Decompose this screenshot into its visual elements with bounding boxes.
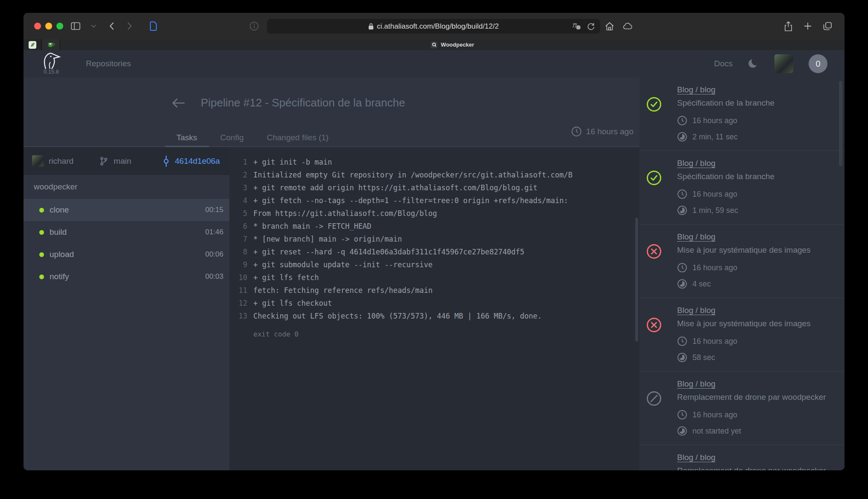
log-panel: 1 + git init -b main 2 Initialized empty… xyxy=(229,147,639,470)
nav-repositories[interactable]: Repositories xyxy=(86,59,131,68)
log-line-number: 7 xyxy=(229,233,247,245)
lock-icon xyxy=(368,23,374,30)
queue-count-badge[interactable]: 0 xyxy=(809,54,827,73)
commit-hash[interactable]: 4614d1e06a xyxy=(175,156,220,166)
build-time-ago: 16 hours ago xyxy=(692,337,737,346)
teacup-favicon xyxy=(47,42,55,48)
pipeline-header: Pipeline #12 - Spécification de la branc… xyxy=(23,77,639,147)
commit-meta-bar: richard main 4614d1e06a xyxy=(23,147,229,175)
build-repo-link[interactable]: Blog / blog xyxy=(677,85,716,94)
build-commit-message: Remplacement de drone par woodpecker xyxy=(677,466,836,470)
build-repo-link[interactable]: Blog / blog xyxy=(677,159,716,168)
log-line-text: + git lfs checkout xyxy=(253,297,332,310)
clock-icon xyxy=(677,410,687,420)
pipeline-commit[interactable]: 4614d1e06a xyxy=(163,156,220,167)
woodpecker-app: 0.15.8 Repositories Docs 0 xyxy=(23,50,845,470)
build-repo-link[interactable]: Blog / blog xyxy=(677,232,716,242)
duration-icon xyxy=(677,132,687,142)
step-group-label: woodpecker xyxy=(23,175,229,199)
back-button[interactable] xyxy=(106,21,117,31)
log-line-number: 12 xyxy=(229,297,247,310)
build-repo-link[interactable]: Blog / blog xyxy=(677,453,716,462)
branch-icon xyxy=(99,156,108,166)
step-row[interactable]: upload 00:06 xyxy=(23,243,229,266)
build-list-item[interactable]: Blog / blog Spécification de la branche … xyxy=(639,151,845,224)
build-status-icon xyxy=(646,170,662,186)
step-duration: 01:46 xyxy=(205,228,223,236)
step-name: build xyxy=(50,227,67,237)
branch-name: main xyxy=(114,156,131,166)
build-status-icon xyxy=(646,391,662,406)
build-list-item[interactable]: Blog / blog Remplacement de drone par wo… xyxy=(639,445,845,470)
woodpecker-logo[interactable]: 0.15.8 xyxy=(39,52,64,75)
log-line-number: 1 xyxy=(229,156,247,168)
zoom-window-button[interactable] xyxy=(56,23,63,30)
app-version: 0.15.8 xyxy=(39,68,64,75)
steps-list: clone 00:15 build 01:46 upload 00:06 not… xyxy=(23,199,229,288)
step-duration: 00:03 xyxy=(205,272,223,281)
address-bar[interactable]: ci.athaliasoft.com/Blog/blog/build/12/2 … xyxy=(267,19,600,34)
build-list-item[interactable]: Blog / blog Mise à jour systématique des… xyxy=(639,224,845,298)
tab-bar: Woodpecker xyxy=(23,39,845,50)
author-avatar xyxy=(32,155,44,167)
log-line: 10 + git lfs fetch xyxy=(229,271,639,284)
tab-overview-icon[interactable] xyxy=(822,21,833,31)
log-line-text: From https://git.athaliasoft.com/Blog/bl… xyxy=(253,207,437,220)
sidebar-scrollbar[interactable] xyxy=(839,81,842,166)
svg-text:文: 文 xyxy=(577,26,580,29)
step-row[interactable]: build 01:46 xyxy=(23,221,229,243)
reload-icon[interactable] xyxy=(587,22,595,30)
translate-icon[interactable]: 文 xyxy=(572,22,581,30)
pinned-tab-leaf[interactable] xyxy=(23,39,41,50)
share-icon[interactable] xyxy=(783,21,793,31)
pipeline-time-ago: 16 hours ago xyxy=(586,127,633,136)
dark-mode-toggle-icon[interactable] xyxy=(748,58,759,69)
log-line-number: 10 xyxy=(229,271,247,284)
forward-button[interactable] xyxy=(124,21,135,31)
pipeline-tab[interactable]: Tasks xyxy=(165,129,209,146)
page-info-icon[interactable] xyxy=(249,21,259,31)
log-line-text: + git fetch --no-tags --depth=1 --filter… xyxy=(253,194,568,207)
log-line-number: 8 xyxy=(229,245,247,258)
tab-label: Config xyxy=(220,133,244,142)
duration-icon xyxy=(677,205,687,216)
duration-icon xyxy=(677,426,687,436)
user-avatar[interactable] xyxy=(774,54,793,73)
back-arrow-icon[interactable] xyxy=(172,98,185,108)
step-status-dot xyxy=(39,275,44,279)
log-line-number: 9 xyxy=(229,258,247,271)
build-repo-link[interactable]: Blog / blog xyxy=(677,306,716,315)
sidebar-toggle-icon[interactable] xyxy=(70,21,81,31)
pinned-tab-teacup[interactable] xyxy=(42,39,60,50)
log-line: 2 Initialized empty Git repository in /w… xyxy=(229,168,639,181)
queue-count: 0 xyxy=(815,59,820,69)
log-line-text: + git submodule update --init --recursiv… xyxy=(253,258,433,271)
home-icon[interactable] xyxy=(604,21,615,31)
pipeline-tab[interactable]: Changed files (1) xyxy=(255,129,340,146)
build-list-item[interactable]: Blog / blog Mise à jour systématique des… xyxy=(639,298,845,372)
cloud-icon[interactable] xyxy=(622,21,633,31)
build-repo-link[interactable]: Blog / blog xyxy=(677,379,716,389)
log-line-text: fetch: Fetching reference refs/heads/mai… xyxy=(253,284,433,297)
nav-docs[interactable]: Docs xyxy=(714,59,733,68)
step-status-dot xyxy=(39,230,44,235)
build-commit-message: Remplacement de drone par woodpecker xyxy=(677,393,836,402)
pipeline-author: richard xyxy=(32,155,73,167)
sidebar-chevron-icon[interactable] xyxy=(88,21,99,31)
new-tab-page-icon[interactable] xyxy=(148,21,158,31)
pipeline-tab[interactable]: Config xyxy=(209,129,255,146)
tab-woodpecker[interactable]: Woodpecker xyxy=(60,39,845,50)
log-line: 9 + git submodule update --init --recurs… xyxy=(229,258,639,271)
close-window-button[interactable] xyxy=(34,23,41,30)
new-tab-button[interactable] xyxy=(803,21,813,31)
build-list-item[interactable]: Blog / blog Spécification de la branche … xyxy=(639,77,845,151)
build-list-item[interactable]: Blog / blog Remplacement de drone par wo… xyxy=(639,372,845,445)
log-scrollbar[interactable] xyxy=(635,218,638,342)
step-row[interactable]: notify 00:03 xyxy=(23,266,229,288)
minimize-window-button[interactable] xyxy=(45,23,52,30)
step-row[interactable]: clone 00:15 xyxy=(23,199,229,221)
build-duration: 58 sec xyxy=(692,353,715,362)
log-line-number: 5 xyxy=(229,207,247,220)
build-status-icon xyxy=(646,464,662,470)
log-line: 8 + git reset --hard -q 4614d1e06a3dabf3… xyxy=(229,245,639,258)
